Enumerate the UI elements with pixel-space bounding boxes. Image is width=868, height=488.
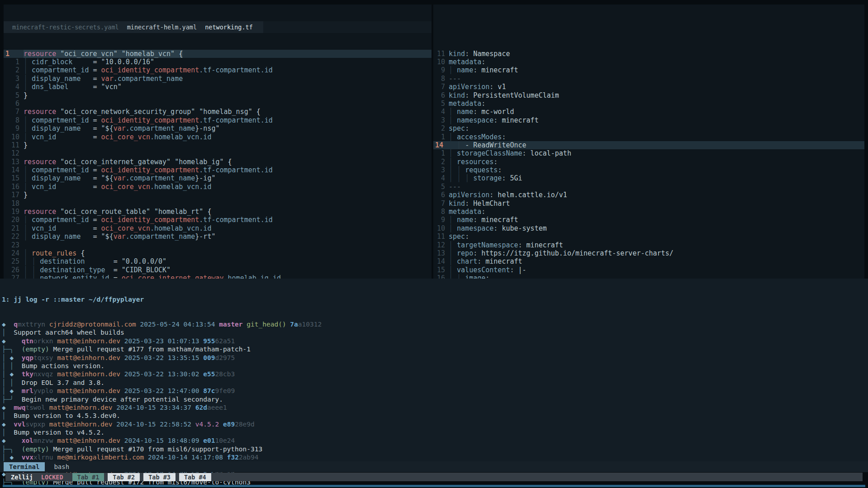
token: mwq: [14, 404, 25, 411]
token: spec: [449, 124, 465, 133]
token: (empty): [22, 346, 49, 353]
line-text: metadata:: [449, 99, 485, 108]
log-row: ◆ qmxttryn cjriddz@protonmail.com 2025-0…: [0, 320, 868, 328]
token: vvl: [14, 421, 25, 428]
line-number: 24: [4, 249, 24, 257]
token: e01: [203, 437, 215, 444]
indent-guide: │: [24, 232, 28, 241]
line-number: 10: [433, 58, 449, 66]
token: [36, 266, 40, 274]
token: [14, 396, 21, 403]
code-line: 6: [4, 99, 432, 108]
line-number: 1: [433, 133, 449, 141]
log-row: ◆ qtnorkxn matt@einhorn.dev 2025-03-23 0…: [0, 337, 868, 345]
log-row: │ │ Bump actions version.: [0, 362, 868, 370]
indent-guide: │: [32, 257, 36, 265]
code-line: 16│ vcn_id = oci_core_vcn.homelab_vcn.id: [4, 183, 432, 191]
token: 10e24: [215, 437, 235, 444]
line-number: 9: [433, 66, 449, 74]
token: [453, 224, 457, 232]
line-text: │ vcn_id = oci_core_vcn.homelab_vcn.id: [24, 224, 211, 232]
token: [199, 370, 204, 378]
code-line: 15│ valuesContent: |-: [433, 266, 864, 274]
token: .compartment_name: [126, 232, 195, 241]
token: v4.5.2: [195, 421, 219, 428]
token: [453, 174, 457, 182]
terminal-tab-bash[interactable]: bash: [48, 462, 75, 471]
token: :: [489, 83, 493, 91]
line-number: 11: [4, 141, 24, 149]
token: ├─╮: [2, 445, 14, 453]
token: 2ab94: [239, 454, 259, 461]
code-line: 23: [4, 241, 432, 249]
token: [453, 257, 457, 265]
code-area-yaml[interactable]: 11kind: Namespace10metadata:9│ name: min…: [433, 50, 864, 308]
commit-node-icon: ◆: [9, 370, 14, 378]
token: :: [522, 149, 526, 157]
line-number: 4: [433, 108, 449, 116]
token: │: [2, 387, 9, 394]
buffer-tab-minecraft-helm.yaml[interactable]: minecraft-helm.yaml: [123, 23, 201, 31]
line-text: │ name: minecraft: [449, 216, 518, 224]
terminal-pane[interactable]: 1: jj log -r ::master ~/d/ffpyplayer ◆ q…: [0, 279, 868, 462]
token: │: [2, 429, 6, 436]
zellij-tab-tab-#1[interactable]: Tab #1: [72, 473, 104, 481]
token: Merge pull request #170 from misl6/suppo…: [49, 445, 262, 453]
token: [28, 124, 32, 133]
zellij-tab-tab-#4[interactable]: Tab #4: [179, 473, 211, 481]
token: .homelab_vcn.id: [150, 133, 211, 141]
token: [14, 387, 21, 394]
token: minecraft: [481, 257, 522, 265]
token: [453, 266, 457, 274]
line-text: │ namespace: minecraft: [449, 116, 539, 124]
token: oci_core_vcn: [101, 224, 150, 232]
line-text: │ compartment_id = oci_identity_compartm…: [24, 116, 273, 124]
zellij-tab-tab-#3[interactable]: Tab #3: [143, 473, 175, 481]
line-text: │ vcn_id = oci_core_vcn.homelab_vcn.id: [24, 133, 211, 141]
indent-guide: │: [24, 266, 28, 274]
buffer-tab-networking.tf[interactable]: networking.tf: [201, 23, 257, 31]
token: [6, 329, 14, 336]
token: [199, 337, 204, 345]
token: me@mirkogalimberti.com: [57, 454, 144, 461]
token: [461, 141, 465, 149]
token: targetNamespace: [457, 241, 518, 249]
line-text: │ │ destination_type = "CIDR_BLOCK": [24, 266, 171, 274]
indent-guide: │: [24, 83, 28, 91]
code-area-terraform[interactable]: 1resource "oci_core_vcn" "homelab_vcn" {…: [4, 50, 432, 308]
buffer-tab-minecraft-restic-secrets.yaml[interactable]: minecraft-restic-secrets.yaml: [8, 23, 123, 31]
line-text: resource "oci_core_route_table" "homelab…: [24, 208, 211, 216]
indent-guide: │: [449, 224, 453, 232]
editor-pane-yaml[interactable]: 11kind: Namespace10metadata:9│ name: min…: [433, 5, 864, 279]
token: kind: [449, 91, 465, 99]
line-number: 9: [433, 216, 449, 224]
token: HelmChart: [469, 199, 510, 208]
token: orkxn: [33, 337, 53, 345]
code-line: 8---: [433, 75, 864, 83]
token: [120, 370, 124, 378]
code-line: 9│ name: minecraft: [433, 216, 864, 224]
terminal-tab-Terminal[interactable]: Terminal: [4, 462, 45, 471]
code-line: 2│ compartment_id = oci_identity_compart…: [4, 66, 432, 74]
token: [6, 321, 14, 328]
line-number: 2: [4, 66, 24, 74]
code-line: 20│ compartment_id = oci_identity_compar…: [4, 216, 432, 224]
line-number: 14: [433, 257, 449, 265]
log-row: ◆ vvlsvpxp matt@einhorn.dev 2024-10-15 2…: [0, 420, 868, 428]
zellij-tab-tab-#2[interactable]: Tab #2: [108, 473, 140, 481]
token: [53, 370, 57, 378]
line-text: spec:: [449, 124, 469, 133]
token: [150, 208, 154, 216]
line-text: │ display_name = "${var.compartment_name…: [24, 232, 215, 241]
line-number: 17: [4, 191, 24, 199]
token: :: [498, 166, 502, 174]
code-line: 5}: [4, 91, 432, 99]
line-text: resource "oci_core_network_security_grou…: [24, 108, 261, 116]
line-number: 19: [4, 208, 24, 216]
line-text: spec:: [449, 232, 469, 241]
token: :: [473, 66, 477, 74]
editor-pane-terraform[interactable]: minecraft-restic-secrets.yamlminecraft-h…: [4, 5, 432, 279]
token: [118, 50, 122, 58]
token: d2975: [215, 354, 235, 361]
token: metadata: [449, 58, 481, 66]
